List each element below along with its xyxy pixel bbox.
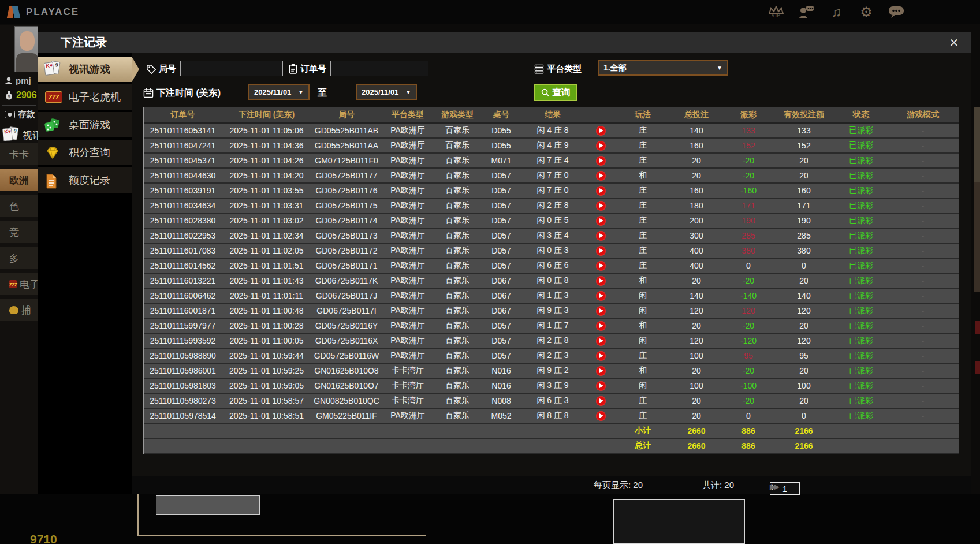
cell-round-id: GD05525B011AA: [311, 138, 382, 153]
lobby-menu-item[interactable]: 捕: [0, 299, 38, 321]
tab-quota-records[interactable]: 额度记录: [38, 167, 132, 193]
replay-play-icon[interactable]: [596, 156, 606, 166]
cell-status: 已派彩: [836, 408, 886, 423]
lobby-menu-item[interactable]: 777电子: [0, 273, 38, 295]
background-sliver: [974, 182, 980, 292]
replay-play-icon[interactable]: [596, 396, 606, 406]
close-icon[interactable]: ✕: [947, 35, 962, 50]
cell-status: 已派彩: [836, 153, 886, 168]
lobby-menu-item[interactable]: 欧洲: [0, 169, 38, 191]
cell-round-id: GD05525B011AB: [311, 123, 382, 138]
lobby-menu-item[interactable]: 竞: [0, 221, 38, 243]
cell-platform: PA欧洲厅: [382, 228, 434, 243]
replay-play-icon[interactable]: [596, 411, 606, 421]
cell-bet-type: 闲: [617, 378, 668, 393]
column-header: [584, 107, 617, 123]
replay-play-icon[interactable]: [596, 201, 606, 211]
cell-bet-time: 2025-11-01 10:58:51: [222, 408, 311, 423]
tab-slot-machines[interactable]: 777 电子老虎机: [38, 84, 132, 110]
replay-play-icon[interactable]: [596, 291, 606, 301]
last-page-icon[interactable]: ▶▶: [770, 482, 778, 491]
replay-play-icon[interactable]: [596, 171, 606, 181]
cell-game-mode: -: [886, 318, 959, 333]
cell-replay: [584, 378, 617, 393]
replay-play-icon[interactable]: [596, 141, 606, 151]
support-agent-icon[interactable]: [798, 3, 815, 21]
replay-play-icon[interactable]: [596, 231, 606, 241]
cell-platform: 卡卡湾厅: [382, 393, 434, 408]
query-button[interactable]: 查询: [534, 84, 577, 101]
replay-play-icon[interactable]: [596, 351, 606, 361]
cell-valid-bet: 20: [772, 168, 836, 183]
cell-status: 已派彩: [836, 213, 886, 228]
cell-payout: -20: [725, 168, 772, 183]
cell-order-id: 251101116017083: [144, 243, 222, 258]
cell-bet-time: 2025-11-01 11:04:20: [222, 168, 311, 183]
tab-video-games[interactable]: 9K♥ 视讯游戏: [38, 57, 132, 82]
tab-table-games[interactable]: 桌面游戏: [38, 112, 132, 137]
cell-valid-bet: 152: [772, 138, 836, 153]
lobby-video-games[interactable]: 9K♥ 视讯游戏: [2, 126, 38, 144]
deposit-button[interactable]: 存款: [5, 109, 35, 120]
cell-platform: PA欧洲厅: [382, 198, 434, 213]
lobby-menu-item[interactable]: 色: [0, 195, 38, 217]
music-icon[interactable]: ♫: [828, 3, 845, 21]
cell-valid-bet: 95: [772, 348, 836, 363]
replay-play-icon[interactable]: [596, 306, 606, 316]
replay-play-icon[interactable]: [596, 126, 606, 136]
replay-play-icon[interactable]: [596, 246, 606, 256]
cell-replay: [584, 288, 617, 303]
replay-play-icon[interactable]: [596, 216, 606, 226]
replay-play-icon[interactable]: [596, 261, 606, 271]
cell-replay: [584, 198, 617, 213]
cell-order-id: 251101105978514: [144, 408, 222, 423]
table-row: 251101105988890 2025-11-01 10:59:44 GD05…: [144, 348, 959, 363]
cell-platform: PA欧洲厅: [382, 243, 434, 258]
replay-play-icon[interactable]: [596, 336, 606, 346]
cell-order-id: 251101115997977: [144, 318, 222, 333]
column-header: 派彩: [725, 107, 772, 123]
cell-order-id: 251101116014562: [144, 258, 222, 273]
round-id-input[interactable]: [180, 61, 283, 76]
cell-bet-time: 2025-11-01 11:04:26: [222, 153, 311, 168]
cell-result: 闲 3 庄 9: [521, 378, 584, 393]
lobby-menu-item[interactable]: 卡卡: [0, 143, 38, 165]
column-header: 玩法: [617, 107, 668, 123]
replay-play-icon[interactable]: [596, 276, 606, 286]
date-from-select[interactable]: 2025/11/01 ▼: [248, 84, 310, 100]
cell-platform: PA欧洲厅: [382, 183, 434, 198]
cell-table-no: D055: [481, 138, 521, 153]
order-id-input[interactable]: [330, 61, 428, 76]
tab-points-query[interactable]: 积分查询: [38, 140, 132, 165]
cell-round-id: GD05725B01172: [311, 243, 382, 258]
vip-crown-icon[interactable]: VIP: [767, 3, 785, 21]
table-row: 251101116001871 2025-11-01 11:00:48 GD06…: [144, 303, 959, 318]
replay-play-icon[interactable]: [596, 366, 606, 376]
replay-play-icon[interactable]: [596, 381, 606, 391]
cell-platform: PA欧洲厅: [382, 138, 434, 153]
platform-type-select[interactable]: 1.全部 ▼: [598, 60, 728, 76]
cell-bet-time: 2025-11-01 11:03:55: [222, 183, 311, 198]
cell-table-no: N016: [481, 378, 521, 393]
cell-table-no: D055: [481, 123, 521, 138]
search-icon: [541, 88, 550, 97]
date-to-select[interactable]: 2025/11/01 ▼: [356, 84, 417, 100]
replay-play-icon[interactable]: [596, 321, 606, 331]
cell-bet-time: 2025-11-01 10:58:57: [222, 393, 311, 408]
cell-bet-time: 2025-11-01 11:02:05: [222, 243, 311, 258]
cell-round-id: GD05725B01176: [311, 183, 382, 198]
lobby-menu-item[interactable]: 多: [0, 247, 38, 269]
calendar-icon: [143, 88, 154, 98]
chat-messages-icon[interactable]: [888, 3, 905, 21]
cell-total-bet: 180: [668, 198, 725, 213]
platform-type-label: 平台类型: [534, 61, 582, 77]
settings-gear-icon[interactable]: ⚙: [858, 3, 875, 21]
cell-bet-time: 2025-11-01 11:03:02: [222, 213, 311, 228]
cell-valid-bet: 171: [772, 198, 836, 213]
brand-logo[interactable]: PLAYACE: [7, 5, 79, 20]
round-id-label: 局号: [146, 61, 176, 77]
column-header: 有效投注额: [772, 107, 836, 123]
replay-play-icon[interactable]: [596, 186, 606, 196]
avatar[interactable]: [14, 26, 38, 72]
cell-bet-time: 2025-11-01 11:01:51: [222, 258, 311, 273]
